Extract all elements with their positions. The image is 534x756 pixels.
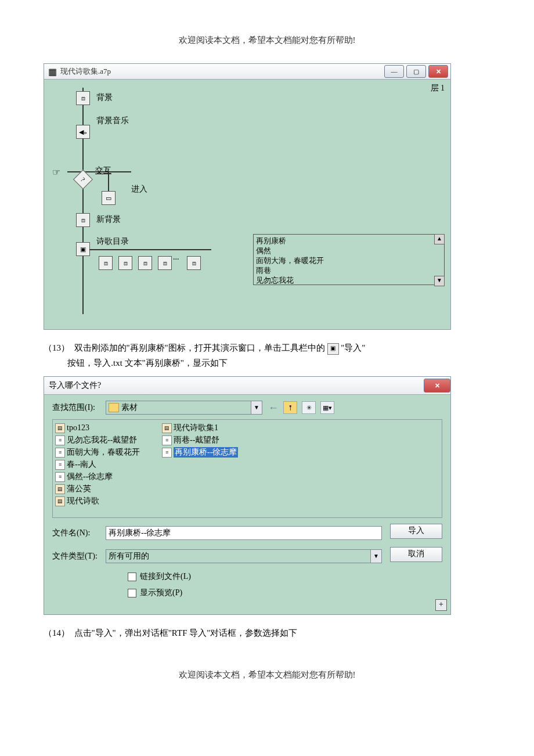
node-label-bg: 背景 xyxy=(96,92,113,103)
filename-label: 文件名(N): xyxy=(52,528,106,538)
minimize-button[interactable]: — xyxy=(384,65,404,78)
text-file-icon: ≡ xyxy=(55,472,65,482)
framework-icon[interactable]: ▣ xyxy=(76,242,90,256)
folder-icon: ▤ xyxy=(55,484,65,494)
file-item[interactable]: ≡面朝大海，春暖花开 xyxy=(55,447,149,458)
folder-icon: ▤ xyxy=(55,423,65,433)
file-item[interactable]: ≡偶然--徐志摩 xyxy=(55,471,149,483)
poem-item[interactable]: 雨巷 xyxy=(256,265,442,275)
page-icon-5[interactable]: ⧈ xyxy=(187,256,201,270)
page-footer: 欢迎阅读本文档，希望本文档能对您有所帮助! xyxy=(44,669,490,681)
file-item[interactable]: ▤现代诗歌集1 xyxy=(162,422,256,434)
page-icon-1[interactable]: ⧈ xyxy=(99,256,113,270)
filename-input[interactable]: 再别康桥--徐志摩 xyxy=(106,526,382,540)
maximize-button[interactable]: ▢ xyxy=(406,65,426,78)
checkbox-icon[interactable] xyxy=(128,589,136,597)
ellipsis: ... xyxy=(173,253,179,262)
node-label-bgm: 背景音乐 xyxy=(96,116,129,126)
titlebar: ▦ 现代诗歌集.a7p — ▢ ✕ xyxy=(44,64,450,80)
map-icon[interactable]: ▭ xyxy=(102,191,116,205)
import-toolbar-icon: ▣ xyxy=(327,343,339,355)
file-item[interactable]: ≡见勿忘我花--戴望舒 xyxy=(55,434,149,446)
page-icon-3[interactable]: ⧈ xyxy=(138,256,152,270)
view-menu-icon[interactable]: ▦▾ xyxy=(320,401,334,414)
step-line1b: "导入" xyxy=(341,343,365,352)
dropdown-arrow-icon[interactable]: ▼ xyxy=(251,401,262,414)
hand-pointer-icon: ☞ xyxy=(52,167,60,178)
poems-listbox[interactable]: 再别康桥 偶然 面朝大海，春暖花开 雨巷 见勿忘我花 xyxy=(253,234,445,285)
scroll-up-button[interactable]: ▲ xyxy=(434,234,445,244)
back-arrow-icon[interactable]: ← xyxy=(268,402,279,414)
file-item[interactable]: ▤tpo123 xyxy=(55,422,149,434)
page-icon-2[interactable]: ⧈ xyxy=(118,256,132,270)
authorware-window: ▦ 现代诗歌集.a7p — ▢ ✕ 层 1 ⧈ 背景 背景音乐 ◀» ☞ ? 交… xyxy=(44,63,451,330)
page-icon-4[interactable]: ⧈ xyxy=(158,256,172,270)
link-checkbox-row[interactable]: 链接到文件(L) xyxy=(128,571,442,582)
poem-item[interactable]: 再别康桥 xyxy=(256,236,442,246)
expand-button[interactable]: + xyxy=(435,599,447,611)
folder-icon xyxy=(109,403,119,412)
dropdown-arrow-icon[interactable]: ▼ xyxy=(370,550,381,563)
dialog-titlebar: 导入哪个文件? ✕ xyxy=(44,377,450,395)
preview-checkbox-row[interactable]: 显示预览(P) xyxy=(128,588,442,598)
link-checkbox-label: 链接到文件(L) xyxy=(140,571,191,582)
file-item-selected[interactable]: ≡再别康桥--徐志摩 xyxy=(162,447,256,458)
lookin-combo[interactable]: 素材 ▼ xyxy=(106,401,262,415)
text-file-icon: ≡ xyxy=(55,435,65,445)
close-button[interactable]: ✕ xyxy=(428,65,448,78)
import-button[interactable]: 导入 xyxy=(390,524,442,539)
filetype-combo[interactable]: 所有可用的 ▼ xyxy=(106,549,382,563)
step-13-text: （13） 双击刚添加的"再别康桥"图标，打开其演示窗口，单击工具栏中的 ▣ "导… xyxy=(44,340,490,370)
display2-icon[interactable]: ⧈ xyxy=(76,213,90,227)
up-folder-icon[interactable]: ⭱ xyxy=(283,401,297,414)
flow-line-h2 xyxy=(89,249,211,250)
file-list[interactable]: ▤tpo123 ≡见勿忘我花--戴望舒 ≡面朝大海，春暖花开 ≡春--南人 ≡偶… xyxy=(52,419,442,518)
page-header: 欢迎阅读本文档，希望本文档能对您有所帮助! xyxy=(44,35,490,46)
node-label-menu: 诗歌目录 xyxy=(96,236,129,247)
file-item[interactable]: ≡雨巷--戴望舒 xyxy=(162,434,256,446)
flow-line-main xyxy=(82,88,84,314)
poem-item[interactable]: 面朝大海，春暖花开 xyxy=(256,255,442,265)
import-dialog: 导入哪个文件? ✕ 查找范围(I): 素材 ▼ ← ⭱ ✳ ▦▾ xyxy=(44,376,451,615)
cancel-button[interactable]: 取消 xyxy=(390,547,442,562)
filetype-label: 文件类型(T): xyxy=(52,551,106,561)
interaction-icon[interactable]: ? xyxy=(73,170,93,189)
file-item[interactable]: ▤现代诗歌 xyxy=(55,495,149,507)
step14-body: 点击"导入"，弹出对话框"RTF 导入"对话框，参数选择如下 xyxy=(74,628,298,638)
step-line2: 按钮，导入.txt 文本"再别康桥"，显示如下 xyxy=(67,358,228,368)
new-folder-icon[interactable]: ✳ xyxy=(302,401,316,414)
file-item[interactable]: ≡春--南人 xyxy=(55,459,149,470)
filetype-value: 所有可用的 xyxy=(109,551,149,561)
display-icon[interactable]: ⧈ xyxy=(76,91,90,105)
poem-item[interactable]: 见勿忘我花 xyxy=(256,275,442,285)
window-title: 现代诗歌集.a7p xyxy=(60,66,382,77)
file-item[interactable]: ▤蒲公英 xyxy=(55,483,149,495)
folder-icon: ▤ xyxy=(162,423,172,433)
step-number: （14） xyxy=(44,628,70,638)
dialog-close-button[interactable]: ✕ xyxy=(424,379,450,393)
step-line1: 双击刚添加的"再别康桥"图标，打开其演示窗口，单击工具栏中的 xyxy=(74,343,325,352)
text-file-icon: ≡ xyxy=(55,460,65,470)
poem-item[interactable]: 偶然 xyxy=(256,246,442,255)
layer-label: 层 1 xyxy=(431,83,445,93)
filename-value: 再别康桥--徐志摩 xyxy=(109,528,171,538)
lookin-label: 查找范围(I): xyxy=(52,402,106,413)
node-label-newbg: 新背景 xyxy=(96,214,121,225)
step-14-text: （14） 点击"导入"，弹出对话框"RTF 导入"对话框，参数选择如下 xyxy=(44,625,490,640)
scroll-down-button[interactable]: ▼ xyxy=(434,276,445,286)
preview-checkbox-label: 显示预览(P) xyxy=(140,588,182,598)
text-file-icon: ≡ xyxy=(162,435,172,445)
text-file-icon: ≡ xyxy=(162,448,172,458)
lookin-value: 素材 xyxy=(121,402,138,413)
folder-icon: ▤ xyxy=(55,496,65,506)
step-number: （13） xyxy=(44,343,70,352)
dialog-title: 导入哪个文件? xyxy=(49,380,101,391)
node-label-enter: 进入 xyxy=(131,184,147,195)
checkbox-icon[interactable] xyxy=(128,573,136,581)
app-icon: ▦ xyxy=(46,66,58,77)
sound-icon[interactable]: ◀» xyxy=(76,125,90,139)
flowchart-area: 层 1 ⧈ 背景 背景音乐 ◀» ☞ ? 交互 ▭ 进入 ⧈ 新背景 ▣ 诗歌目… xyxy=(44,80,450,329)
text-file-icon: ≡ xyxy=(55,448,65,458)
